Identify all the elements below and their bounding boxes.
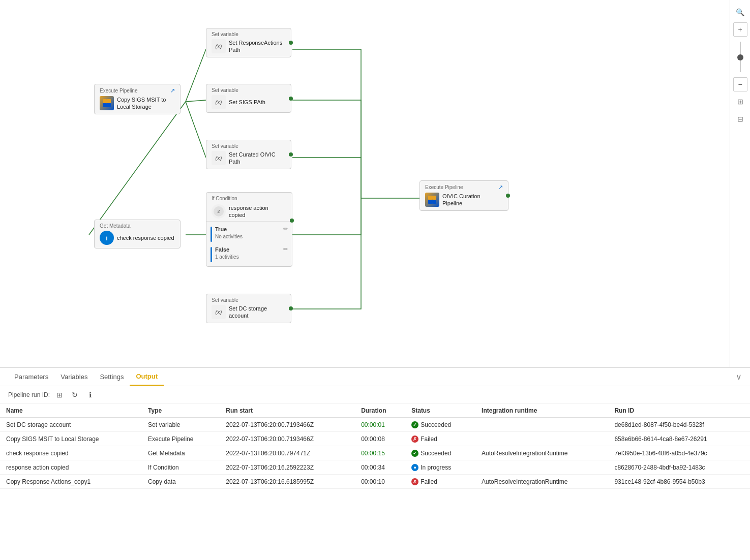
metadata-icon: i — [100, 231, 114, 245]
cell-run-start: 2022-07-13T06:20:00.797471Z — [220, 446, 355, 460]
svg-line-1 — [186, 100, 206, 102]
true-branch: True No activities ✏ — [206, 224, 292, 244]
execute-pipeline-icon-2 — [425, 193, 439, 207]
pipeline-id-copy-icon[interactable]: ⊞ — [54, 389, 65, 400]
panel-toolbar: Pipeline run ID: ⊞ ↻ ℹ — [0, 386, 750, 404]
node-header: Execute Pipeline ↗ — [425, 184, 503, 191]
cell-run-id: c8628670-2488-4bdf-ba92-1483c — [608, 460, 750, 475]
info-icon[interactable]: ℹ — [84, 389, 96, 400]
pipeline-run-id-label: Pipeline run ID: — [8, 391, 50, 398]
if-condition-icon: ≠ — [212, 204, 226, 219]
svg-text:≠: ≠ — [217, 208, 220, 214]
cell-type: Get Metadata — [142, 446, 220, 460]
col-name: Name — [0, 404, 142, 418]
cell-run-id: 658e6b66-8614-4ca8-8e67-26291 — [608, 432, 750, 446]
execute-pipeline-2-node[interactable]: Execute Pipeline ↗ OIVIC Curation Pipeli… — [419, 180, 508, 211]
panel-close-button[interactable]: ∨ — [736, 372, 742, 382]
zoom-slider — [740, 42, 741, 72]
node-content: Copy SIGS MSIT to Local Storage — [100, 96, 175, 111]
tab-settings[interactable]: Settings — [94, 368, 130, 386]
cell-integration-runtime — [475, 432, 608, 446]
if-condition-node[interactable]: If Condition ≠ response action copied Tr… — [206, 192, 292, 267]
cell-run-start: 2022-07-13T06:20:16.2592223Z — [220, 460, 355, 475]
set-variable-4-node[interactable]: Set variable (x) Set DC storage account — [206, 294, 291, 323]
table-row[interactable]: Copy SIGS MSIT to Local Storage Execute … — [0, 432, 750, 446]
node-content: i check response copied — [100, 231, 175, 245]
external-link-icon[interactable]: ↗ — [170, 87, 175, 94]
zoom-out-button[interactable]: − — [733, 77, 747, 91]
set-variable-icon: (x) — [212, 305, 226, 319]
status-dot: ✓ — [411, 421, 418, 428]
set-variable-1-node[interactable]: Set variable (x) Set ResponseActions Pat… — [206, 28, 291, 57]
cell-status: ✗ Failed — [405, 475, 475, 489]
tab-variables[interactable]: Variables — [54, 368, 94, 386]
node-content: (x) Set SIGS PAth — [212, 95, 286, 109]
node-header: Set variable — [212, 297, 286, 303]
minimap-button[interactable]: ⊟ — [733, 112, 747, 126]
node-content: (x) Set Curated OIVIC Path — [212, 151, 286, 166]
cell-integration-runtime: AutoResolveIntegrationRuntime — [475, 475, 608, 489]
tab-output[interactable]: Output — [130, 368, 164, 386]
table-row[interactable]: Copy Response Actions_copy1 Copy data 20… — [0, 475, 750, 489]
svg-rect-7 — [103, 103, 107, 107]
connections-svg — [0, 0, 750, 367]
node-header: Set variable — [212, 87, 286, 93]
col-status: Status — [405, 404, 475, 418]
execute-pipeline-icon — [100, 96, 114, 110]
execute-pipeline-1-node[interactable]: Execute Pipeline ↗ Copy SIGS MSIT to Loc… — [94, 84, 181, 114]
node-header: Set variable — [212, 32, 286, 37]
true-branch-text: True No activities — [215, 226, 243, 240]
fit-view-button[interactable]: ⊞ — [733, 95, 747, 109]
svg-rect-6 — [107, 103, 111, 107]
col-integration-runtime: Integration runtime — [475, 404, 608, 418]
cell-type: Set variable — [142, 418, 220, 432]
bottom-panel: Parameters Variables Settings Output ∨ P… — [0, 367, 750, 560]
status-text: Succeeded — [421, 421, 451, 428]
node-header: Execute Pipeline ↗ — [100, 87, 175, 94]
cell-name: Copy Response Actions_copy1 — [0, 475, 142, 489]
zoom-in-button[interactable]: + — [733, 22, 747, 37]
status-dot: ✗ — [411, 478, 418, 485]
node-content: (x) Set DC storage account — [212, 305, 286, 320]
set-variable-icon: (x) — [212, 95, 226, 109]
cell-name: check response copied — [0, 446, 142, 460]
table-row[interactable]: Set DC storage account Set variable 2022… — [0, 418, 750, 432]
svg-line-2 — [186, 102, 206, 158]
node-content: OIVIC Curation Pipeline — [425, 193, 503, 207]
false-branch-text: False 1 activities — [215, 246, 239, 261]
cell-type: If Condition — [142, 460, 220, 475]
zoom-slider-handle[interactable] — [737, 54, 743, 60]
set-variable-2-node[interactable]: Set variable (x) Set SIGS PAth — [206, 84, 291, 113]
svg-line-4 — [89, 102, 186, 235]
true-branch-edit-icon[interactable]: ✏ — [283, 226, 288, 232]
connection-dot — [289, 306, 293, 310]
cell-type: Execute Pipeline — [142, 432, 220, 446]
svg-rect-8 — [107, 99, 111, 103]
tab-parameters[interactable]: Parameters — [8, 368, 54, 386]
set-variable-3-node[interactable]: Set variable (x) Set Curated OIVIC Path — [206, 140, 291, 169]
svg-rect-12 — [432, 200, 436, 204]
search-button[interactable]: 🔍 — [733, 5, 747, 19]
connection-dot — [289, 41, 293, 45]
if-branches: True No activities ✏ False 1 activities … — [206, 222, 292, 266]
cell-status: ✗ Failed — [405, 432, 475, 446]
refresh-icon[interactable]: ↻ — [69, 389, 80, 400]
status-text: Failed — [421, 435, 437, 443]
cell-name: response action copied — [0, 460, 142, 475]
table-row[interactable]: check response copied Get Metadata 2022-… — [0, 446, 750, 460]
connection-dot — [289, 152, 293, 157]
false-branch: False 1 activities ✏ — [206, 244, 292, 264]
status-dot: ✗ — [411, 435, 418, 443]
connection-dot-right — [506, 194, 510, 198]
true-branch-bar — [211, 227, 212, 242]
tabs-row: Parameters Variables Settings Output ∨ — [0, 368, 750, 386]
col-run-id: Run ID — [608, 404, 750, 418]
col-run-start: Run start — [220, 404, 355, 418]
external-link-icon-2[interactable]: ↗ — [498, 184, 503, 191]
get-metadata-node[interactable]: Get Metadata i check response copied — [94, 220, 181, 248]
set-variable-icon: (x) — [212, 151, 226, 165]
false-branch-edit-icon[interactable]: ✏ — [283, 246, 288, 253]
connection-dot — [290, 219, 294, 223]
table-row[interactable]: response action copied If Condition 2022… — [0, 460, 750, 475]
cell-integration-runtime: AutoResolveIntegrationRuntime — [475, 446, 608, 460]
